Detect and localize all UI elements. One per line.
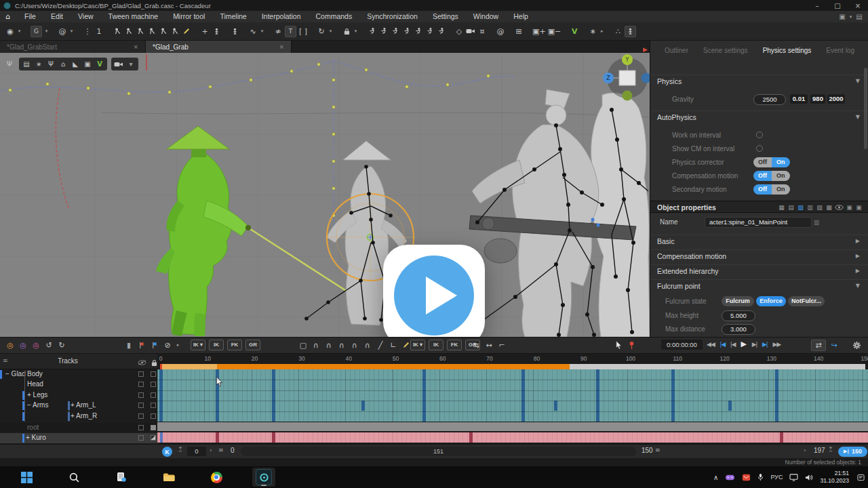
hide-tracks-icon[interactable] — [137, 357, 146, 368]
trajectory-link-icon[interactable]: ∿ — [248, 26, 258, 37]
track-checkbox-a[interactable] — [138, 403, 144, 408]
caret-down-icon[interactable]: ▾ — [125, 59, 136, 69]
menu-file[interactable]: File — [17, 11, 43, 22]
shift-keys-icon[interactable]: ⇆ — [471, 340, 481, 350]
copy-add-icon[interactable]: ▣+ — [532, 26, 546, 37]
cycle-tool-icon[interactable]: ↻ — [317, 26, 326, 37]
menu-timeline[interactable]: Timeline — [212, 11, 254, 22]
add-point-icon[interactable]: + — [200, 26, 210, 37]
cube-tool-icon[interactable]: ▣ — [82, 59, 93, 69]
interval-count-label[interactable]: 1 — [94, 26, 104, 37]
rotate-cw-icon[interactable]: ↻ — [57, 340, 66, 350]
autoposing-pose-1-icon[interactable] — [367, 26, 376, 37]
keyframe-kuro-frame-24[interactable] — [272, 432, 275, 443]
notes-app-icon[interactable] — [110, 468, 133, 487]
prev-keyframe-button[interactable]: |◀ — [720, 341, 725, 348]
search-button[interactable] — [62, 468, 85, 487]
gravity-input[interactable]: 2500 — [753, 94, 786, 105]
toggle-on[interactable]: On — [772, 171, 790, 181]
person-box-icon[interactable] — [625, 26, 636, 37]
frame-list-icon[interactable]: ≡ — [218, 447, 224, 453]
total-frames-value[interactable]: 197 — [814, 447, 825, 454]
sync-play-icon[interactable]: ↪ — [829, 340, 839, 351]
section-extended-hierarchy[interactable]: Extended hierarchy ▶ — [650, 264, 868, 277]
interval-bar-start[interactable] — [161, 364, 217, 369]
keyframe-frame-56[interactable] — [422, 369, 426, 422]
track-checkbox-a[interactable] — [138, 425, 144, 430]
section-compensation-motion[interactable]: Compensation motion ▶ — [650, 249, 868, 262]
minimize-button[interactable]: – — [807, 0, 827, 11]
viewport-3d-scene[interactable]: Y Z — [0, 53, 650, 337]
panel-tab-event-log[interactable]: Event log — [820, 45, 861, 56]
game-bar-icon[interactable] — [725, 474, 735, 481]
gizmo-axis-y-neg[interactable] — [623, 91, 633, 101]
fulcrum-option-fulcrum[interactable]: Fulcrum — [722, 296, 754, 306]
autoposing-pose-3-icon[interactable] — [390, 26, 399, 37]
physics-target-orange-icon[interactable]: ◎ — [5, 340, 15, 350]
jump-end-button[interactable]: ▶▶ — [772, 341, 781, 348]
close-tab-icon[interactable]: × — [279, 43, 284, 50]
interp-step-icon[interactable]: ∟ — [389, 340, 398, 350]
menu-tween-machine[interactable]: Tween machine — [101, 11, 166, 22]
autoposing-pose-6-icon[interactable] — [425, 26, 434, 37]
ik-mode-button[interactable]: IK — [429, 340, 443, 350]
jack-point-tool-icon[interactable]: ∗ — [33, 59, 44, 69]
rig-tool-2-icon[interactable] — [124, 26, 134, 37]
volume-icon[interactable] — [805, 474, 813, 481]
interp-arc-1-icon[interactable]: ∩ — [311, 340, 321, 350]
corner-tool-icon[interactable]: ⌐ — [497, 340, 507, 350]
rotate-ccw-icon[interactable]: ↺ — [44, 340, 54, 350]
filter-grid-2-icon[interactable]: ▤ — [787, 203, 795, 211]
menu-help[interactable]: Help — [506, 11, 536, 22]
frame-ruler[interactable]: 0102030405060708090100110120130140150 — [157, 354, 868, 369]
keyframe-frame-93[interactable] — [596, 369, 599, 422]
track-checkbox-a[interactable] — [138, 382, 144, 387]
track-row[interactable]: Head — [0, 380, 157, 390]
mirror-keys-icon[interactable]: ↔ — [484, 340, 494, 350]
copy-remove-icon[interactable]: ▣− — [548, 26, 561, 37]
interp-arc-5-icon[interactable]: ∩ — [363, 340, 372, 350]
autokey-button[interactable]: K — [162, 447, 172, 457]
next-arrow-icon[interactable]: › — [804, 447, 806, 453]
camera-selector[interactable]: ▾ — [111, 58, 138, 70]
interval-pin-icon[interactable]: ▮ — [124, 340, 134, 350]
next-frame-button[interactable]: ▶| — [752, 341, 757, 348]
compensation-motion-toggle[interactable]: Off On — [753, 171, 790, 181]
rig-tool-4-icon[interactable] — [147, 26, 157, 37]
wire-tool-icon[interactable]: Ψ — [45, 59, 56, 69]
interval-bar-physics[interactable] — [161, 364, 570, 369]
panel-tab-physics-settings[interactable]: Physics settings — [757, 45, 818, 56]
ignore-interval-icon[interactable]: ⊘ — [163, 340, 172, 350]
caret-down-icon[interactable]: ▾ — [17, 26, 22, 37]
keyframe-arm-frame-121[interactable] — [728, 401, 732, 411]
filter-grid-5-icon[interactable]: ▨ — [816, 203, 823, 211]
mail-app-icon[interactable] — [742, 473, 751, 482]
track-checkbox-b[interactable] — [151, 403, 156, 408]
ghost-diamond-icon[interactable]: ◇ — [454, 26, 464, 37]
section-fulcrum-point[interactable]: Fulcrum point ▼ — [650, 279, 868, 291]
keyframe-frame-77[interactable] — [521, 369, 525, 422]
total-stepper[interactable]: +− — [829, 447, 833, 453]
autoposing-pose-4-icon[interactable] — [401, 26, 411, 37]
visualizer-tool-icon[interactable]: V — [94, 59, 105, 69]
work-on-interval-checkbox[interactable] — [756, 131, 763, 138]
gravity-preset-001[interactable]: 0.01 — [790, 94, 808, 104]
text-tool-icon[interactable]: T — [285, 26, 296, 37]
play-button[interactable]: ▶ — [741, 340, 746, 348]
flag-red-icon[interactable] — [137, 340, 146, 350]
keyframe-arm-frame-43[interactable] — [361, 401, 365, 411]
toggle-on[interactable]: On — [772, 184, 790, 195]
rig-tool-5-icon[interactable] — [159, 26, 168, 37]
interp-arc-3-icon[interactable]: ∩ — [337, 340, 347, 350]
toggle-off[interactable]: Off — [753, 171, 772, 181]
track-checkbox-b[interactable] — [151, 413, 156, 419]
start-button[interactable] — [15, 468, 38, 487]
menu-commands[interactable]: Commands — [308, 11, 359, 22]
track-checkbox-a[interactable] — [138, 435, 144, 441]
maximize-button[interactable]: □ — [827, 0, 848, 11]
mesh-edit-tool-icon[interactable]: ◣ — [70, 59, 81, 69]
prev-arrow-icon[interactable]: ‹ — [210, 447, 212, 453]
interp-arc-4-icon[interactable]: ∩ — [350, 340, 359, 350]
show-cm-checkbox[interactable] — [756, 145, 763, 152]
frame-stepper[interactable]: +− — [178, 447, 182, 453]
